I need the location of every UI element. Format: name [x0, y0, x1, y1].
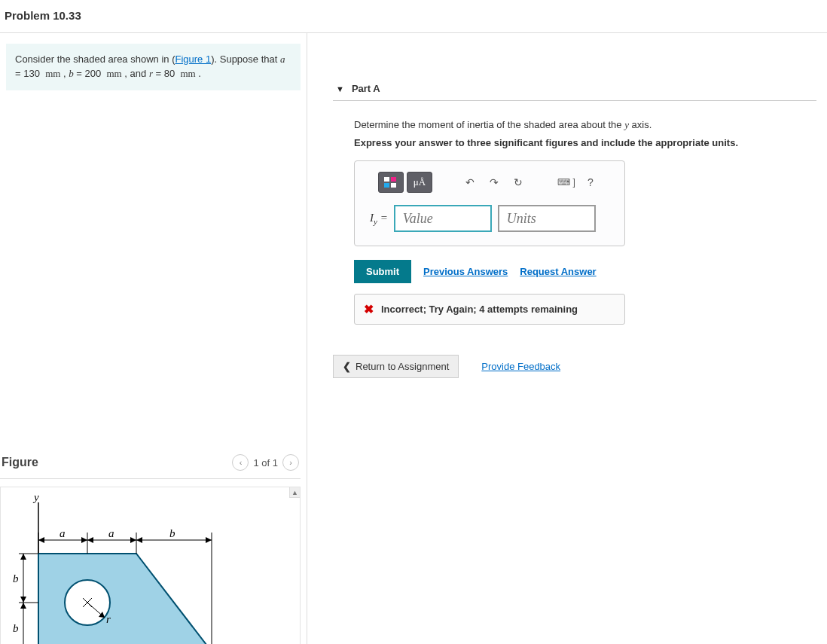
problem-statement: Consider the shaded area shown in (Figur…	[6, 44, 301, 90]
prompt-text: Consider the shaded area shown in (	[15, 53, 175, 65]
label-b-left2: b	[13, 622, 19, 634]
svg-marker-25	[20, 597, 26, 603]
submit-button[interactable]: Submit	[354, 260, 411, 283]
svg-marker-26	[20, 603, 26, 609]
svg-marker-14	[38, 537, 44, 543]
var-a: a	[280, 53, 285, 65]
unit-a: mm	[45, 68, 60, 79]
answer-lhs: Iy =	[370, 212, 388, 226]
label-a1: a	[60, 527, 66, 539]
svg-marker-19	[206, 537, 212, 543]
label-b-top: b	[169, 527, 175, 539]
unit-r: mm	[180, 68, 195, 79]
val-b: 200	[85, 68, 102, 79]
return-label: Return to Assignment	[356, 361, 449, 372]
part-header[interactable]: ▼ Part A	[333, 78, 816, 101]
var-b: b	[69, 68, 74, 79]
redo-button[interactable]: ↷	[484, 172, 505, 193]
figure-next-button[interactable]: ›	[282, 454, 299, 471]
part-label: Part A	[352, 83, 380, 94]
value-input[interactable]	[394, 205, 492, 232]
feedback-text: Incorrect; Try Again; 4 attempts remaini…	[381, 304, 578, 315]
undo-button[interactable]: ↶	[459, 172, 481, 193]
answer-instruction: Express your answer to three significant…	[354, 137, 816, 148]
help-button[interactable]: ?	[580, 172, 601, 193]
figure-image: ▲ y x r	[0, 487, 301, 644]
svg-rect-31	[391, 183, 396, 188]
chevron-left-icon: ❮	[343, 361, 351, 372]
templates-button[interactable]	[378, 172, 404, 193]
svg-marker-17	[130, 537, 136, 543]
incorrect-icon: ✖	[364, 302, 374, 316]
svg-marker-16	[87, 537, 93, 543]
svg-marker-18	[136, 537, 142, 543]
svg-rect-30	[384, 183, 389, 188]
label-a2: a	[108, 527, 114, 539]
collapse-icon: ▼	[336, 84, 344, 93]
val-r: 80	[164, 68, 175, 79]
feedback-box: ✖ Incorrect; Try Again; 4 attempts remai…	[354, 294, 625, 325]
axis-y-label: y	[32, 491, 39, 503]
figure-prev-button[interactable]: ‹	[232, 454, 249, 471]
unit-b: mm	[107, 68, 122, 79]
svg-rect-28	[384, 177, 389, 182]
svg-rect-29	[391, 177, 396, 182]
scroll-up-icon[interactable]: ▲	[289, 487, 300, 498]
units-button[interactable]: μÅ	[407, 172, 432, 193]
reset-button[interactable]: ↻	[508, 172, 529, 193]
svg-marker-15	[81, 537, 87, 543]
return-to-assignment-button[interactable]: ❮ Return to Assignment	[333, 355, 459, 378]
figure-link[interactable]: Figure 1	[175, 53, 211, 65]
question-text: Determine the moment of inertia of the s…	[354, 119, 816, 131]
figure-pager-text: 1 of 1	[253, 457, 278, 469]
label-r: r	[106, 613, 111, 625]
prompt-text-2: ). Suppose that	[211, 53, 280, 65]
previous-answers-link[interactable]: Previous Answers	[423, 266, 508, 277]
units-input[interactable]	[498, 205, 596, 232]
problem-title: Problem 10.33	[5, 9, 822, 22]
provide-feedback-link[interactable]: Provide Feedback	[481, 361, 560, 372]
svg-marker-24	[20, 554, 26, 560]
keyboard-button[interactable]: ⌨ ]	[556, 172, 577, 193]
label-b-left1: b	[13, 572, 19, 584]
var-r: r	[149, 68, 153, 79]
answer-widget: μÅ ↶ ↷ ↻ ⌨ ] ? Iy =	[354, 160, 625, 246]
val-a: 130	[23, 68, 40, 79]
request-answer-link[interactable]: Request Answer	[520, 266, 596, 277]
figure-heading: Figure	[2, 456, 38, 469]
